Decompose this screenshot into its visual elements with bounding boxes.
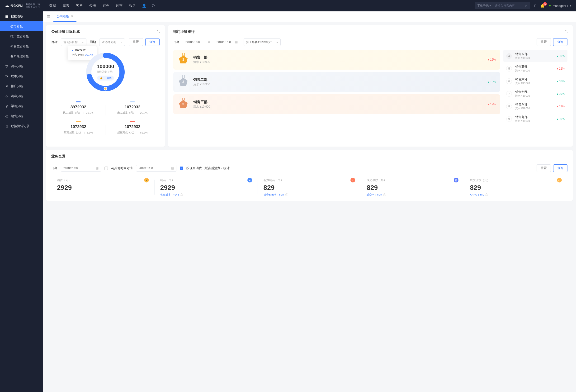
sidebar-sub-0[interactable]: 公司看板: [0, 21, 43, 31]
metric-icon: 💰: [144, 178, 149, 182]
sidebar-item-2[interactable]: ↗推广分析: [0, 81, 43, 91]
compare-checkbox[interactable]: [105, 167, 108, 170]
ranking-title: 部门业绩排行: [173, 30, 195, 34]
target-label: 目标: [51, 40, 58, 44]
sidebar-sub-2[interactable]: 销售主管看板: [0, 41, 43, 51]
rank-item-4: 4销售四部流水 ¥19020▴10%: [503, 50, 568, 62]
topbar: ☁ 云朵CRM 教育机构一站式服务云平台 数据线索客户公海财务运营报名 👤 ✆ …: [0, 0, 576, 11]
mobile-icon[interactable]: ▯: [534, 3, 536, 8]
rank-top-3: 3销售三部流水 ¥10,900▾12%: [173, 94, 500, 114]
chevron-down-icon: ⌄: [120, 41, 122, 43]
nav-item-6[interactable]: 报名: [129, 3, 136, 8]
phone-icon[interactable]: ✆: [152, 3, 155, 8]
tab-company-board[interactable]: 公司看板 ✕: [54, 11, 76, 22]
ranking-card: 部门业绩排行 ⛶ 日期 2018/01/08 至 2018/01/08▦ 按工单…: [168, 25, 573, 147]
dashboard-icon: ▦: [5, 14, 8, 18]
calendar-icon: ▦: [171, 167, 174, 170]
notification-badge: 5: [543, 2, 547, 6]
target-select[interactable]: 请选择目标⌄: [61, 38, 86, 46]
search-type-select[interactable]: 手机号码▾: [477, 4, 493, 8]
search-icon[interactable]: ⌕: [525, 3, 528, 8]
search-input[interactable]: [495, 4, 523, 7]
goal-title: 公司业绩目标达成: [51, 30, 80, 34]
sidebar-sub-1[interactable]: 推广主管看板: [0, 31, 43, 41]
help-icon[interactable]: ?: [485, 193, 488, 196]
logo: ☁ 云朵CRM 教育机构一站式服务云平台: [5, 3, 40, 8]
nav-item-0[interactable]: 数据: [49, 3, 56, 8]
sidebar-item-4[interactable]: ⚲渠道分析: [0, 101, 43, 111]
chevron-down-icon: ▾: [490, 4, 491, 7]
help-icon[interactable]: ?: [285, 193, 288, 196]
close-icon[interactable]: ✕: [71, 15, 73, 18]
tab-bar: ☰ 公司看板 ✕: [43, 11, 576, 22]
nav-item-5[interactable]: 运营: [116, 3, 122, 8]
svg-rect-8: [184, 75, 185, 78]
metric-4: 成交流水（元）▭829ARPU：¥80?: [464, 178, 568, 196]
sidebar-item-0[interactable]: ▽漏斗分析: [0, 61, 43, 71]
sidebar-sub-3[interactable]: 客户经理看板: [0, 51, 43, 61]
sidebar-icon: ↗: [5, 84, 8, 88]
nav-item-4[interactable]: 财务: [103, 3, 109, 8]
goal-stat-1: 1072932未完成量（元）|20.9%: [105, 98, 160, 118]
medal-icon: 3: [178, 99, 189, 110]
cash-checkbox[interactable]: [180, 167, 183, 170]
brand-sub: 教育机构一站式服务云平台: [24, 3, 40, 8]
rank-item-8: 8销售八部流水 ¥19020▾12%: [503, 100, 568, 113]
svg-rect-7: [182, 75, 183, 78]
nav-item-2[interactable]: 客户: [76, 3, 83, 8]
sidebar-item-3[interactable]: ☺访客分析: [0, 91, 43, 101]
search-box: 手机号码▾ ⌕: [475, 2, 530, 9]
chevron-down-icon: ▾: [570, 4, 571, 7]
query-button[interactable]: 查询: [145, 38, 160, 46]
sidebar-icon: ⚲: [5, 104, 8, 108]
reset-button[interactable]: 重置: [537, 38, 551, 46]
medal-icon: 1: [178, 54, 189, 65]
metric-3: 成交单数（单）▤829成交率：80%?: [361, 178, 464, 196]
chevron-down-icon: ⌄: [276, 41, 278, 43]
date-from-input[interactable]: 2018/01/08: [183, 39, 204, 45]
metric-icon: ▤: [454, 178, 459, 182]
donut-label: 目标总量（元）: [96, 70, 115, 74]
sidebar-header[interactable]: ▦数据看板 ⌃: [0, 11, 43, 21]
sidebar-item-5[interactable]: ◎销售分析: [0, 111, 43, 121]
sidebar-icon: ▽: [5, 64, 8, 68]
help-icon[interactable]: ?: [383, 193, 386, 196]
metric-icon: ✦: [350, 178, 355, 182]
user-icon[interactable]: 👤: [142, 3, 146, 8]
expand-icon[interactable]: ⛶: [565, 30, 568, 33]
reset-button[interactable]: 重置: [129, 38, 143, 46]
rank-item-7: 7销售七部流水 ¥19020▴10%: [503, 88, 568, 100]
goal-stat-0: 8972932已完成量（元）|70.9%: [51, 98, 105, 118]
date2-input[interactable]: 2018/01/08▦: [136, 165, 176, 172]
business-card: 业务全景 日期 2018/01/08▦ 与其他时间对比 2018/01/08▦ …: [46, 150, 573, 201]
sidebar-item-6[interactable]: ⎘数据流转记录: [0, 121, 43, 131]
sidebar-icon: ☺: [5, 94, 8, 98]
expand-icon[interactable]: ⛶: [157, 30, 160, 33]
svg-rect-11: [182, 98, 183, 100]
query-button[interactable]: 查询: [553, 164, 568, 172]
svg-rect-12: [184, 98, 185, 100]
nav-item-1[interactable]: 线索: [63, 3, 69, 8]
metric-0: 消费（元）💰2929: [51, 178, 155, 196]
donut-value: 100000: [97, 63, 114, 70]
thumbs-up-icon: 👍: [99, 77, 103, 80]
rank-item-9: 9销售九部流水 ¥19020▴10%: [503, 113, 568, 125]
help-icon[interactable]: ?: [180, 193, 183, 196]
period-select[interactable]: 请选择周期⌄: [99, 38, 125, 46]
chevron-down-icon: ⌄: [82, 41, 84, 43]
sidebar-item-1[interactable]: ↻成本分析: [0, 71, 43, 81]
stat-by-select[interactable]: 按工单客户经理统计⌄: [244, 38, 281, 46]
calendar-icon: ▦: [96, 167, 99, 170]
status-dot: [549, 5, 550, 6]
svg-text:1: 1: [182, 58, 184, 61]
bell-icon[interactable]: 🔔5: [540, 3, 545, 8]
user-menu[interactable]: manager11 ▾: [549, 4, 571, 8]
date-to-input[interactable]: 2018/01/08▦: [214, 39, 240, 45]
hamburger-icon[interactable]: ☰: [45, 15, 52, 19]
reset-button[interactable]: 重置: [537, 164, 551, 172]
nav-item-3[interactable]: 公海: [89, 3, 96, 8]
svg-rect-4: [184, 53, 185, 56]
query-button[interactable]: 查询: [553, 38, 568, 46]
rank-item-5: 5销售五部流水 ¥19020▾12%: [503, 62, 568, 75]
date1-input[interactable]: 2018/01/08▦: [61, 165, 101, 172]
